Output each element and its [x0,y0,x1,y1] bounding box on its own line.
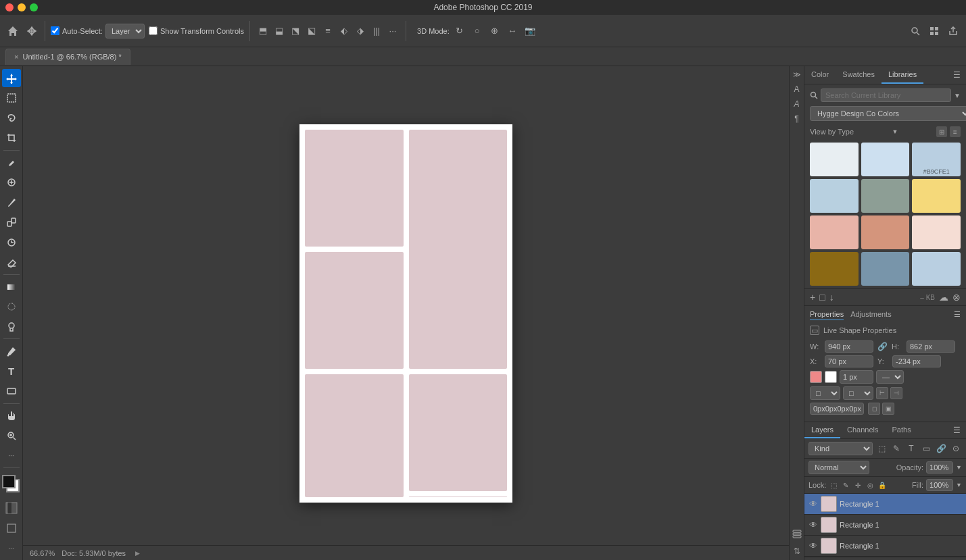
transform-checkbox[interactable] [149,26,158,35]
align-left-btn[interactable]: ⬒ [256,24,270,39]
lock-all-icon[interactable]: 🔒 [877,480,887,490]
auto-select-checkbox[interactable] [51,26,59,35]
extra-tool[interactable]: ··· [2,447,21,465]
document-tab[interactable]: × Untitled-1 @ 66.7% (RGB/8) * [5,49,130,65]
layers-kind-select[interactable]: Kind [808,442,873,455]
corner-btn2[interactable]: ▣ [882,403,894,415]
grid-view-icon[interactable]: ⊞ [936,126,947,137]
align-bottom-btn[interactable]: ⬖ [337,24,352,39]
layers-small-icon[interactable] [792,530,802,541]
lock-pixels-icon[interactable]: ✎ [841,480,850,490]
history-tool[interactable] [2,233,21,251]
align-distribute-btn[interactable]: ||| [369,24,384,39]
opacity-input[interactable] [926,461,953,474]
layer-filter-smart-btn[interactable]: 🔗 [935,442,947,455]
layer-visibility-1[interactable]: 👁 [808,499,818,509]
fill-chevron[interactable]: ▼ [956,482,962,488]
eraser-tool[interactable] [2,253,21,271]
crop-tool[interactable] [2,128,21,147]
list-view-icon[interactable]: ≡ [950,126,961,137]
opacity-chevron[interactable]: ▼ [956,464,962,471]
quick-mask-tool[interactable] [2,499,21,517]
doc-tab-close[interactable]: × [14,53,18,61]
download-icon[interactable]: ↓ [829,292,834,303]
swatch-8[interactable] [861,215,910,249]
swap-icon[interactable]: ⇅ [794,546,800,556]
stroke-color-box[interactable] [810,371,822,383]
color-picker[interactable] [1,474,22,494]
align-vcenter-btn[interactable]: ≡ [320,24,335,39]
lock-transparent-icon[interactable]: ⬚ [829,480,838,490]
share-icon[interactable] [946,24,961,39]
layer-item-1[interactable]: 👁 Rectangle 1 [804,494,966,515]
tab-properties[interactable]: Properties [810,310,844,320]
layer-select[interactable]: Layer [105,24,145,39]
layer-item-3[interactable]: 👁 Rectangle 1 [804,536,966,557]
layer-filter-active-btn[interactable]: ⊙ [950,442,962,455]
y-input[interactable] [892,355,941,367]
align-corner-btn2[interactable]: ⊣ [890,387,902,399]
delete-icon[interactable]: ⊗ [952,292,961,303]
traffic-lights[interactable] [5,3,38,11]
home-icon[interactable] [5,24,20,39]
ai-icon[interactable]: A [794,84,799,94]
swatch-1[interactable] [810,143,859,176]
move-options-icon[interactable] [24,24,39,39]
prop-menu-icon[interactable]: ☰ [954,310,961,320]
tab-swatches[interactable]: Swatches [836,66,882,84]
panel-menu-icon[interactable]: ☰ [948,66,966,84]
3d-pan-btn[interactable]: ⊕ [487,24,502,39]
view-by-chevron[interactable]: ▼ [892,128,898,135]
status-arrow[interactable]: ▶ [135,550,140,557]
collapse-icon[interactable]: ≫ [793,70,801,79]
clone-tool[interactable] [2,213,21,231]
library-search-input[interactable] [821,88,951,102]
border-radius-input[interactable] [810,403,864,415]
layer-item-2[interactable]: 👁 Rectangle 1 [804,515,966,536]
library-dropdown[interactable]: Hygge Design Co Colors [810,106,966,121]
dodge-tool[interactable] [2,317,21,336]
brush-tool[interactable] [2,193,21,211]
layers-menu-icon[interactable]: ☰ [948,422,966,438]
folder-icon[interactable]: □ [819,292,825,303]
swatch-9[interactable] [912,215,961,249]
layer-visibility-2[interactable]: 👁 [808,520,818,530]
fill-input[interactable] [926,479,953,491]
layer-visibility-3[interactable]: 👁 [808,541,818,551]
move-tool[interactable] [2,69,21,87]
more-options-btn[interactable]: ··· [385,24,400,39]
align-hcenter-btn[interactable]: ⬗ [353,24,368,39]
lasso-tool[interactable] [2,109,21,127]
pen-tool[interactable] [2,342,21,360]
hand-tool[interactable] [2,407,21,425]
stroke-width-input[interactable] [840,370,873,384]
cloud-icon[interactable]: ☁ [939,292,948,303]
link-icon[interactable]: 🔗 [877,342,888,351]
tab-layers[interactable]: Layers [804,422,840,438]
zoom-tool[interactable] [2,426,21,444]
tab-paths[interactable]: Paths [886,422,918,438]
paragraph-icon[interactable]: ¶ [794,114,798,124]
swatch-4[interactable] [810,179,859,213]
layer-filter-pixel-btn[interactable]: ⬚ [875,442,888,455]
corner-btn1[interactable]: ◻ [868,403,880,415]
w-input[interactable] [825,340,873,353]
layer-filter-type-btn[interactable]: T [905,442,917,455]
minimize-button[interactable] [18,3,26,11]
swatch-5[interactable] [861,179,910,213]
swatch-6[interactable] [912,179,961,213]
blur-tool[interactable] [2,297,21,315]
swatch-7[interactable] [810,215,859,249]
lock-artboard-icon[interactable]: ◎ [865,480,875,490]
extra-tool2[interactable]: ··· [2,539,21,557]
align-center-btn[interactable]: ⬓ [272,24,287,39]
swatch-11[interactable] [861,252,910,286]
stroke-fill-box[interactable] [825,371,837,383]
3d-orbit-btn[interactable]: ○ [470,24,485,39]
align-right-btn[interactable]: ⬔ [288,24,303,39]
selection-tool[interactable] [2,88,21,107]
swatch-10[interactable] [810,252,859,286]
blend-mode-select[interactable]: Normal [808,461,869,474]
tab-color[interactable]: Color [804,66,836,84]
3d-slide-btn[interactable]: ↔ [505,24,520,39]
